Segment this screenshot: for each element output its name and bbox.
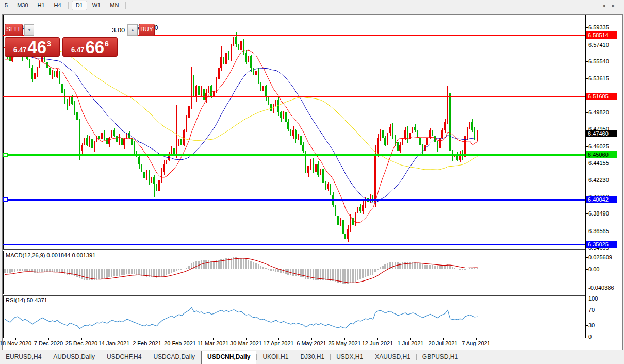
rsi-tick-label: 100 — [588, 295, 598, 302]
buy-price-sup: 6 — [105, 40, 109, 48]
price-axis-line — [585, 15, 586, 338]
buy-button[interactable]: BUY — [139, 24, 155, 36]
macd-tick-label: -0.040386 — [588, 284, 614, 291]
tab-scroll-right-icon[interactable]: ► — [611, 3, 621, 8]
price-level-badge: 6.47460 — [586, 130, 617, 137]
axis-tick-mark — [585, 78, 588, 79]
price-tick-label: 6.46025 — [588, 143, 609, 150]
timeframe-toolbar: 5M30H1H4D1W1MN — [0, 0, 624, 11]
axis-tick-mark — [585, 146, 588, 147]
timeframe-button-mn[interactable]: MN — [106, 1, 123, 10]
price-level-badge: 6.35025 — [586, 241, 617, 248]
time-axis-line — [3, 338, 586, 338]
chart-tab-usdcnh[interactable]: USDCNH,Daily — [201, 351, 256, 364]
price-tick-label: 6.59335 — [588, 24, 609, 31]
axis-tick-mark — [585, 269, 588, 270]
price-tick-label: 6.49820 — [588, 109, 609, 116]
axis-tick-mark — [585, 257, 588, 258]
volume-input[interactable] — [34, 24, 127, 36]
buy-price-box[interactable]: 6.47666 — [62, 37, 118, 57]
chart-tab-gbpusd[interactable]: GBPUSD,H1 — [417, 351, 464, 364]
price-tick-label: 6.57410 — [588, 41, 609, 48]
axis-tick-mark — [585, 61, 588, 62]
macd-tick-label: 0.025609 — [588, 254, 612, 261]
axis-tick-mark — [585, 163, 588, 163]
tab-divider — [464, 354, 464, 360]
toolbar-separator — [125, 2, 126, 9]
price-level-badge: 6.51605 — [586, 93, 617, 100]
axis-tick-mark — [585, 129, 588, 129]
price-tick-label: 6.42230 — [588, 176, 609, 184]
volume-increase-button[interactable]: ▲ — [127, 24, 137, 36]
timeframe-button-5[interactable]: 5 — [1, 1, 12, 10]
price-tick-label: 6.44155 — [588, 159, 609, 167]
date-label: 7 Aug 2021 — [453, 340, 499, 346]
axis-tick-mark — [585, 337, 588, 337]
toolbar-separator — [68, 2, 69, 9]
axis-tick-mark — [585, 180, 588, 180]
chart-tab-audusd[interactable]: AUDUSD,Daily — [47, 351, 101, 364]
timeframe-button-h4[interactable]: H4 — [50, 1, 65, 10]
volume-decrease-button[interactable]: ▼ — [24, 24, 34, 36]
up-arrow-icon: ▲ — [130, 28, 135, 32]
axis-tick-mark — [585, 112, 588, 113]
chart-tab-usdx[interactable]: USDX,H1 — [331, 351, 369, 364]
one-click-trading-panel: SELL ▼ ▲ BUY 6.47463 6.47666 — [5, 24, 118, 57]
tab-scroll-left-icon[interactable]: ◄ — [601, 3, 611, 8]
sell-price-prefix: 6.47 — [13, 46, 26, 54]
chart-tab-usdchf[interactable]: USDCHF,H4 — [101, 351, 147, 364]
axis-tick-mark — [585, 45, 588, 45]
sell-button[interactable]: SELL — [5, 24, 23, 36]
price-level-badge: 6.45060 — [586, 151, 617, 158]
axis-tick-mark — [585, 213, 588, 214]
chart-tab-eurusd[interactable]: EURUSD,H4 — [0, 351, 47, 364]
rsi-tick-label: 70 — [588, 306, 595, 313]
axis-tick-mark — [585, 288, 588, 288]
tab-scroll-arrows: ◄► — [601, 3, 621, 8]
macd-tick-label: 0.00 — [588, 266, 599, 273]
rsi-tick-label: 30 — [588, 322, 595, 329]
sell-price-box[interactable]: 6.47463 — [5, 37, 60, 57]
down-arrow-icon: ▼ — [27, 28, 31, 32]
axis-tick-mark — [585, 27, 588, 28]
chart-tab-bar: EURUSD,H4AUDUSD,DailyUSDCHF,H4USDCAD,Dai… — [0, 351, 624, 364]
rsi-label: RSI(14) 50.4371 — [6, 297, 47, 303]
chart-tab-ukoil[interactable]: UKOil,H1 — [257, 351, 294, 364]
axis-tick-mark — [585, 310, 588, 310]
volume-stepper: ▼ ▲ — [24, 24, 138, 36]
price-level-badge: 6.40042 — [586, 196, 617, 203]
sell-price-sup: 3 — [47, 40, 51, 48]
rsi-indicator-pane[interactable] — [3, 296, 585, 338]
timeframe-button-d1[interactable]: D1 — [72, 1, 87, 10]
sell-price-big: 46 — [27, 39, 46, 56]
axis-tick-mark — [585, 231, 588, 231]
price-tick-label: 6.38490 — [588, 210, 609, 217]
timeframe-button-w1[interactable]: W1 — [88, 1, 105, 10]
chart-tab-usdcad[interactable]: USDCAD,Daily — [147, 351, 201, 364]
buy-price-prefix: 6.47 — [71, 46, 84, 54]
macd-label: MACD(12,26,9) 0.001844 0.001391 — [6, 252, 95, 258]
chart-tab-dj30[interactable]: DJ30,H1 — [294, 351, 330, 364]
chart-tab-xauusd[interactable]: XAUUSD,H1 — [369, 351, 416, 364]
buy-price-big: 66 — [85, 39, 104, 56]
price-tick-label: 6.53615 — [588, 75, 609, 82]
price-tick-label: 6.36565 — [588, 227, 609, 235]
price-level-badge: 6.58514 — [586, 31, 617, 39]
rsi-tick-label: 0 — [588, 333, 592, 340]
axis-tick-mark — [585, 299, 588, 299]
price-tick-label: 6.55540 — [588, 58, 609, 65]
axis-tick-mark — [585, 325, 588, 326]
timeframe-button-m30[interactable]: M30 — [13, 1, 32, 10]
timeframe-button-h1[interactable]: H1 — [34, 1, 49, 10]
